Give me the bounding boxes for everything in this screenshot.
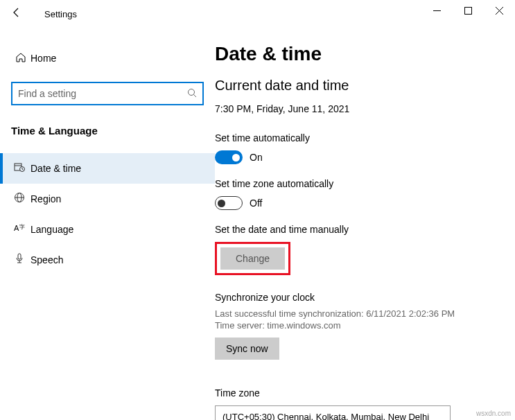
nav-label: Date & time <box>30 163 81 174</box>
titlebar: Settings <box>0 0 515 28</box>
maximize-button[interactable] <box>453 0 484 21</box>
sync-server-info: Time server: time.windows.com <box>215 320 515 331</box>
nav-speech[interactable]: Speech <box>0 245 215 275</box>
home-link[interactable]: Home <box>10 49 215 68</box>
nav-date-time[interactable]: Date & time <box>0 153 215 184</box>
sync-now-button[interactable]: Sync now <box>215 338 279 360</box>
nav-label: Language <box>30 224 73 235</box>
watermark: wsxdn.com <box>476 410 511 417</box>
manual-set-label: Set the date and time manually <box>215 224 515 235</box>
auto-tz-label: Set time zone automatically <box>215 178 515 189</box>
sync-last-info: Last successful time synchronization: 6/… <box>215 308 515 319</box>
back-button[interactable] <box>11 7 33 21</box>
svg-text:字: 字 <box>19 224 25 230</box>
svg-rect-1 <box>465 7 472 14</box>
auto-time-toggle[interactable] <box>215 150 243 164</box>
auto-tz-toggle[interactable] <box>215 196 243 210</box>
calendar-clock-icon <box>7 161 30 175</box>
search-input[interactable] <box>18 88 187 99</box>
window-controls <box>421 0 515 21</box>
close-button[interactable] <box>484 0 515 21</box>
highlight-annotation: Change <box>215 242 290 275</box>
current-datetime-value: 7:30 PM, Friday, June 11, 2021 <box>215 103 515 114</box>
auto-time-state: On <box>250 152 263 163</box>
search-box[interactable] <box>11 82 204 105</box>
nav-region[interactable]: Region <box>0 184 215 214</box>
nav-language[interactable]: A字 Language <box>0 214 215 245</box>
timezone-select[interactable]: (UTC+05:30) Chennai, Kolkata, Mumbai, Ne… <box>215 405 451 420</box>
auto-tz-state: Off <box>250 198 262 209</box>
language-icon: A字 <box>7 222 30 236</box>
page-heading: Date & time <box>215 43 515 65</box>
minimize-button[interactable] <box>421 0 453 21</box>
globe-icon <box>7 192 30 206</box>
svg-text:A: A <box>14 224 19 232</box>
svg-rect-16 <box>18 254 21 259</box>
nav-label: Speech <box>30 254 63 265</box>
sidebar: Home Time & Language Date & time Region … <box>0 28 215 420</box>
category-heading: Time & Language <box>10 125 215 137</box>
home-icon <box>15 52 30 65</box>
svg-point-4 <box>189 89 195 95</box>
sync-title: Synchronize your clock <box>215 292 515 303</box>
timezone-label: Time zone <box>215 387 515 399</box>
current-datetime-label: Current date and time <box>215 78 515 94</box>
nav-label: Region <box>30 193 61 204</box>
home-label: Home <box>30 53 56 64</box>
change-button[interactable]: Change <box>220 247 285 270</box>
auto-time-label: Set time automatically <box>215 132 515 143</box>
microphone-icon <box>7 253 30 267</box>
search-icon <box>187 88 197 100</box>
window-title: Settings <box>44 9 77 19</box>
content-pane: Date & time Current date and time 7:30 P… <box>215 28 515 420</box>
svg-line-5 <box>194 94 197 97</box>
